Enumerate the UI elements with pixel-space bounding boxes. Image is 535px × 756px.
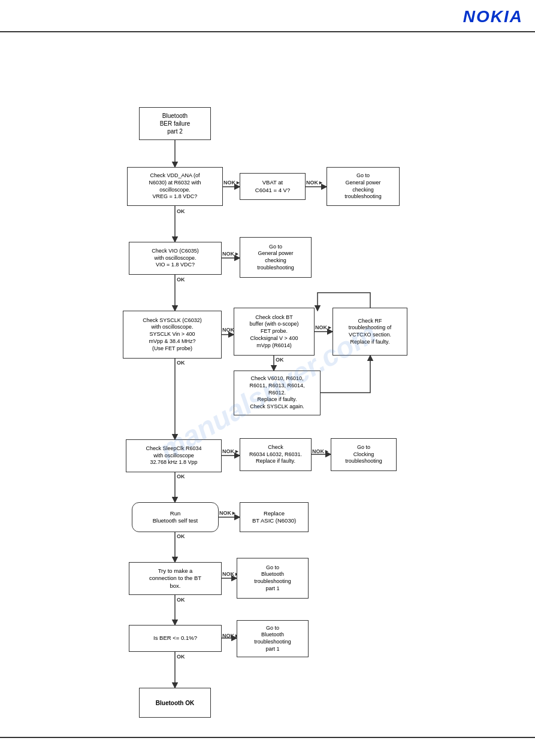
- start-box: Bluetooth BER failure part 2: [139, 107, 211, 140]
- nok-label-vio: NOK►: [222, 251, 240, 257]
- go-clocking-box: Go toClockingtroubleshooting: [331, 438, 397, 471]
- nok-label-vbat: NOK►: [306, 180, 324, 186]
- bt-ok-box: Bluetooth OK: [139, 688, 211, 718]
- run-bt-self-test-box: RunBluetooth self test: [132, 502, 219, 532]
- go-general-power2-box: Go toGeneral powercheckingtroubleshootin…: [240, 237, 312, 278]
- check-sysclk-box: Check SYSCLK (C6032)with oscilloscope.SY…: [123, 311, 222, 359]
- vbat-box: VBAT atC6041 = 4 V?: [240, 173, 306, 200]
- page-header: NOKIA: [0, 0, 535, 32]
- go-bt-part1-a-box: Go toBluetoothtroubleshootingpart 1: [237, 558, 309, 599]
- ok-label-4: OK: [177, 473, 185, 479]
- try-connection-box: Try to make aconnection to the BTbox.: [129, 562, 222, 595]
- check-r6034-box: CheckR6034 L6032, R6031.Replace if fault…: [240, 438, 312, 471]
- check-vdd-box: Check VDD_ANA (ofN6030) at R6032 withosc…: [127, 167, 223, 206]
- go-general-power1-box: Go toGeneral powercheckingtroubleshootin…: [327, 167, 400, 206]
- go-bt-part1-b-box: Go toBluetoothtroubleshootingpart 1: [237, 620, 309, 657]
- check-clock-bt-box: Check clock BTbuffer (with o-scope)FET p…: [234, 308, 315, 356]
- ok-label-2: OK: [177, 277, 185, 283]
- replace-bt-asic-box: ReplaceBT ASIC (N6030): [240, 502, 309, 532]
- ok-label-7: OK: [177, 654, 185, 660]
- ok-label-3: OK: [177, 360, 185, 366]
- ok-label-5: OK: [177, 533, 185, 539]
- flowchart: manualsriver.com: [0, 38, 535, 745]
- nok-label-clockbt: NOK►: [315, 324, 333, 330]
- nok-label-r6034: NOK►: [312, 448, 330, 454]
- ok-label-1: OK: [177, 208, 185, 214]
- nok-label-runbt: NOK►: [219, 510, 237, 516]
- check-rf-box: Check RFtroubleshooting ofVCTCXO section…: [333, 308, 407, 356]
- nok-label-sleep: NOK►: [222, 448, 240, 454]
- check-sleepclk-box: Check SleepClk R6034with oscilloscope32.…: [126, 439, 222, 472]
- nokia-logo: NOKIA: [463, 7, 523, 26]
- is-ber-box: Is BER <= 0.1%?: [129, 625, 222, 652]
- check-v6010-box: Check V6010, R6010,R6011, R6013, R6014,R…: [234, 371, 321, 415]
- ok-label-6: OK: [177, 597, 185, 603]
- check-vio-box: Check VIO (C6035)with oscilloscope.VIO =…: [129, 242, 222, 275]
- footer-line: [0, 737, 535, 738]
- nok-label-vdd: NOK►: [223, 180, 241, 186]
- ok-label-clockbt: OK: [276, 357, 284, 363]
